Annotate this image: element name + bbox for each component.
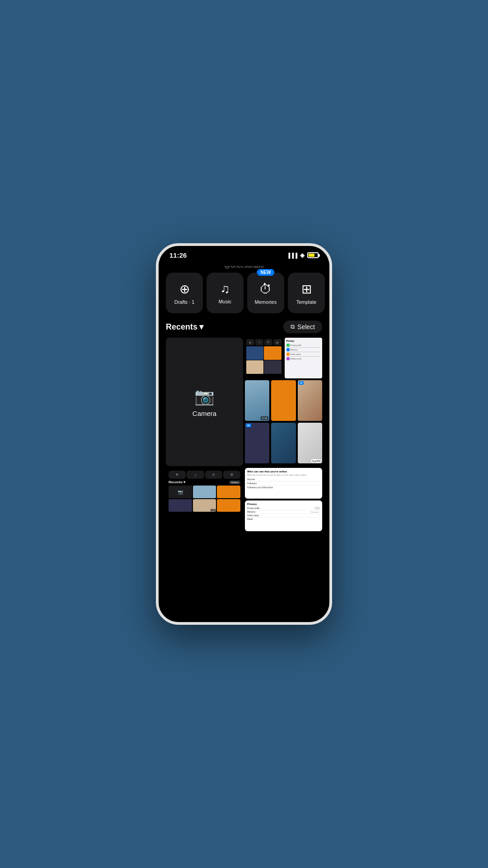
privacy-screenshot-thumb[interactable]: Privacy Private profile Mentions (285, 338, 323, 378)
camera-icon: 📷 (194, 387, 215, 406)
section-header: Recents ▾ ⧉ Select (159, 321, 329, 333)
photo-orange[interactable] (271, 380, 296, 421)
top-thumbnails: ⊕ ♫ ⏱ ⊞ (245, 338, 322, 378)
power-button[interactable] (332, 332, 332, 373)
quick-tiles-container: ⊕ Drafts · 1 ♫ Music NEW ⏱ Memories ⊞ Te… (159, 273, 329, 313)
photo-cat[interactable]: 22 (298, 380, 322, 421)
tile-template[interactable]: ⊞ Template (288, 273, 325, 313)
recents-label: Recents (166, 322, 197, 332)
camera-label: Camera (192, 410, 216, 417)
photo-aug[interactable]: Aug 2024 (298, 423, 322, 463)
bottom-spacer (159, 531, 329, 558)
phone-screen: 11:26 ▐▐▐ ◈ @oncesuradu ⊕ Drafts · 1 (159, 246, 329, 622)
memories-label: Memories (255, 299, 277, 305)
drafts-label: Drafts · 1 (174, 299, 195, 305)
volume-down-button[interactable] (156, 365, 156, 392)
tile-music[interactable]: ♫ Music (206, 273, 244, 313)
photo-blue[interactable] (271, 423, 296, 463)
online-status-screenshot[interactable]: Who can see that you're online When this… (245, 468, 322, 499)
signal-icon: ▐▐▐ (287, 253, 297, 258)
wifi-icon: ◈ (300, 252, 305, 259)
dynamic-island (217, 250, 271, 266)
middle-photos: 0:18 22 (245, 380, 322, 421)
music-icon: ♫ (221, 282, 230, 296)
drafts-icon: ⊕ (179, 282, 190, 297)
instagram-screenshot-thumb[interactable]: ⊕ ♫ ⏱ ⊞ (245, 338, 283, 378)
recents-title[interactable]: Recents ▾ (166, 322, 203, 332)
status-icons: ▐▐▐ ◈ (287, 252, 319, 259)
right-column: ⊕ ♫ ⏱ ⊞ (245, 338, 322, 466)
second-grid: ⊕ ♫ ⏱ ⊞ Recents ▾ Select 📷 (166, 468, 322, 531)
camera-cell[interactable]: 📷 Camera (166, 338, 243, 466)
bottom-photos: 26 Aug 2024 (245, 423, 322, 463)
volume-silent-button[interactable] (156, 309, 156, 326)
main-grid: 📷 Camera ⊕ ♫ (159, 338, 329, 466)
privacy-detail-screenshot[interactable]: Privacy Private profile Mentions Everyon… (245, 500, 322, 531)
photo-phone-dark[interactable]: 26 (245, 423, 269, 463)
app-recents-screenshot[interactable]: ⊕ ♫ ⏱ ⊞ Recents ▾ Select 📷 (166, 468, 243, 531)
time-display: 11:26 (169, 251, 187, 259)
new-badge: NEW (257, 269, 274, 276)
photo-statue[interactable]: 0:18 (245, 380, 269, 421)
battery-fill (309, 254, 314, 257)
tile-drafts[interactable]: ⊕ Drafts · 1 (166, 273, 203, 313)
music-label: Music (219, 299, 232, 304)
phone-frame: 11:26 ▐▐▐ ◈ @oncesuradu ⊕ Drafts · 1 (156, 243, 332, 625)
grid-layout: 📷 Camera ⊕ ♫ (166, 338, 322, 466)
tile-memories[interactable]: NEW ⏱ Memories (247, 273, 284, 313)
select-button[interactable]: ⧉ Select (283, 321, 322, 333)
template-label: Template (296, 299, 317, 305)
right-stacked: Who can see that you're online When this… (245, 468, 322, 531)
select-label: Select (297, 323, 315, 330)
battery-icon (307, 252, 319, 258)
second-row: ⊕ ♫ ⏱ ⊞ Recents ▾ Select 📷 (159, 466, 329, 531)
template-icon: ⊞ (301, 282, 312, 297)
chevron-down-icon: ▾ (199, 322, 203, 332)
volume-up-button[interactable] (156, 332, 156, 359)
memories-icon: ⏱ (259, 282, 272, 297)
